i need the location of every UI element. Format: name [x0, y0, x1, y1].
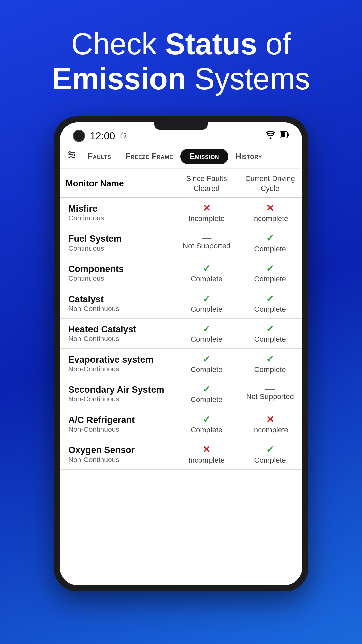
status-label: Complete	[254, 335, 286, 344]
status-cell: ✓Complete	[238, 228, 302, 258]
status-label: Incomplete	[188, 456, 225, 465]
table-row: Heated CatalystNon-Continuous✓Complete✓C…	[60, 319, 302, 349]
monitor-name-cell: Secondary Air SystemNon-Continuous	[60, 379, 175, 409]
status-cell: ✓Complete	[238, 439, 302, 470]
status-cell: ✓Complete	[175, 349, 238, 379]
table-row: Fuel SystemContinuous—Not Supported✓Comp…	[60, 228, 302, 258]
check-icon: ✓	[203, 263, 210, 274]
svg-point-6	[69, 152, 71, 154]
monitor-name-cell: Oxygen SensorNon-Continuous	[60, 439, 175, 470]
status-label: Complete	[191, 335, 222, 344]
status-label: Incomplete	[252, 214, 288, 223]
status-label: Complete	[191, 395, 222, 404]
status-right	[265, 130, 289, 142]
status-label: Complete	[191, 275, 222, 283]
phone-screen: 12:00 ⏱	[60, 122, 302, 585]
monitor-name-cell: Heated CatalystNon-Continuous	[60, 319, 175, 349]
status-label: Complete	[254, 305, 286, 314]
dash-icon: —	[202, 236, 211, 241]
status-cell: ✕Incomplete	[175, 198, 238, 228]
check-icon: ✓	[266, 444, 274, 455]
phone-mockup: 12:00 ⏱	[54, 116, 308, 591]
status-cell: ✓Complete	[175, 379, 238, 409]
status-cell: ✓Complete	[238, 288, 302, 319]
status-cell: ✓Complete	[175, 288, 238, 319]
status-cell: ✓Complete	[238, 258, 302, 288]
status-label: Complete	[191, 305, 222, 314]
status-cell: ✕Incomplete	[238, 409, 302, 439]
monitor-name-cell: CatalystNon-Continuous	[60, 288, 175, 319]
table-row: Secondary Air SystemNon-Continuous✓Compl…	[60, 379, 302, 409]
check-icon: ✓	[203, 293, 210, 304]
wifi-icon	[265, 130, 276, 142]
check-icon: ✓	[203, 414, 210, 425]
status-cell: ✓Complete	[238, 319, 302, 349]
table-row: Oxygen SensorNon-Continuous✕Incomplete✓C…	[60, 439, 302, 470]
monitor-name-cell: MisfireContinuous	[60, 198, 175, 228]
tab-history[interactable]: History	[228, 149, 269, 164]
tune-icon: ⏱	[120, 131, 127, 140]
tab-freeze-frame[interactable]: Freeze Frame	[118, 149, 180, 164]
status-label: Complete	[254, 275, 286, 283]
phone-wrapper: 12:00 ⏱	[0, 116, 362, 591]
monitor-name-cell: Fuel SystemContinuous	[60, 228, 175, 258]
cross-icon: ✕	[266, 414, 274, 425]
table-row: CatalystNon-Continuous✓Complete✓Complete	[60, 288, 302, 319]
check-icon: ✓	[266, 354, 274, 365]
svg-point-8	[70, 156, 72, 158]
check-icon: ✓	[266, 323, 274, 334]
tab-faults[interactable]: Faults	[80, 149, 118, 164]
hero-section: Check Status ofEmission Systems	[0, 0, 362, 110]
emission-table: Monitor Name Since Faults Cleared Curren…	[60, 169, 302, 470]
check-icon: ✓	[266, 233, 274, 244]
table-row: Evaporative systemNon-Continuous✓Complet…	[60, 349, 302, 379]
check-icon: ✓	[203, 323, 210, 334]
table-row: ComponentsContinuous✓Complete✓Complete	[60, 258, 302, 288]
time-display: 12:00	[90, 130, 115, 142]
nav-tabs: Faults Freeze Frame Emission History	[60, 145, 302, 169]
status-cell: ✓Complete	[175, 409, 238, 439]
app-nav-icon	[66, 150, 77, 163]
col-header-current: Current Driving Cycle	[238, 169, 302, 198]
status-label: Complete	[254, 365, 286, 374]
check-icon: ✓	[203, 384, 210, 395]
phone-notch	[154, 122, 208, 130]
tab-emission[interactable]: Emission	[180, 149, 228, 164]
svg-rect-2	[287, 133, 289, 136]
dash-icon: —	[265, 387, 275, 392]
check-icon: ✓	[266, 293, 274, 304]
status-label: Complete	[191, 365, 222, 374]
status-left: 12:00 ⏱	[73, 130, 127, 142]
battery-icon	[280, 130, 289, 142]
status-label: Complete	[191, 426, 222, 434]
monitor-name-cell: Evaporative systemNon-Continuous	[60, 349, 175, 379]
status-label: Complete	[254, 245, 286, 253]
status-cell: ✓Complete	[238, 349, 302, 379]
col-header-since: Since Faults Cleared	[175, 169, 238, 198]
status-cell: ✓Complete	[175, 258, 238, 288]
table-row: MisfireContinuous✕Incomplete✕Incomplete	[60, 198, 302, 228]
svg-rect-1	[281, 132, 285, 137]
status-label: Not Supported	[246, 392, 294, 401]
hero-title: Check Status ofEmission Systems	[20, 27, 342, 96]
status-cell: —Not Supported	[238, 379, 302, 409]
check-icon: ✓	[203, 354, 210, 365]
status-cell: ✓Complete	[175, 319, 238, 349]
status-cell: ✕Incomplete	[238, 198, 302, 228]
monitor-name-cell: ComponentsContinuous	[60, 258, 175, 288]
monitor-name-cell: A/C RefrigerantNon-Continuous	[60, 409, 175, 439]
camera-dot	[73, 130, 85, 142]
status-cell: —Not Supported	[175, 228, 238, 258]
check-icon: ✓	[266, 263, 274, 274]
table-row: A/C RefrigerantNon-Continuous✓Complete✕I…	[60, 409, 302, 439]
svg-point-7	[73, 154, 75, 156]
status-label: Incomplete	[252, 426, 288, 434]
status-label: Complete	[254, 456, 286, 465]
col-header-monitor: Monitor Name	[60, 169, 175, 198]
status-label: Incomplete	[188, 214, 225, 223]
cross-icon: ✕	[203, 203, 210, 214]
status-label: Not Supported	[183, 241, 230, 250]
cross-icon: ✕	[203, 444, 210, 455]
status-cell: ✕Incomplete	[175, 439, 238, 470]
cross-icon: ✕	[266, 203, 274, 214]
